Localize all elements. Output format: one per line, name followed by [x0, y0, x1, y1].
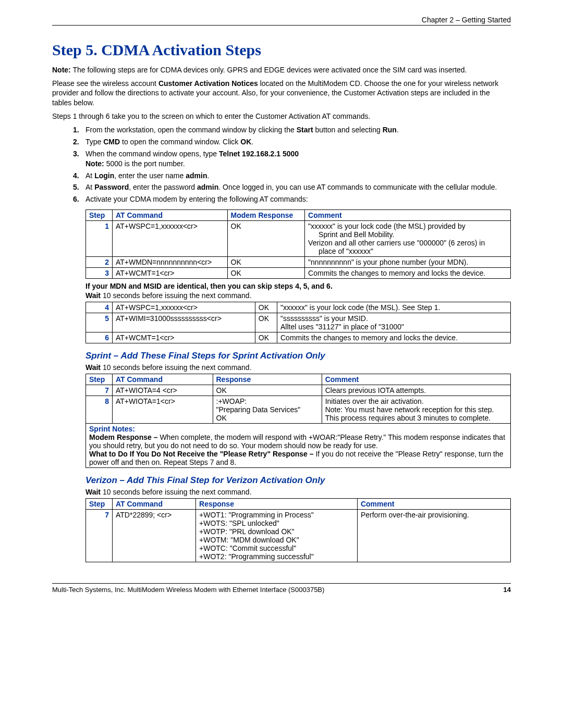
step-1: 1. From the workstation, open the comman…	[73, 125, 511, 135]
step-4: 4. At Login, enter the user name admin.	[73, 171, 511, 181]
text-bold: Password	[94, 183, 129, 191]
header-chapter: Chapter 2 – Getting Started	[52, 16, 511, 26]
table-row: 7 ATD*22899; <cr> +WOT1: "Programming in…	[86, 510, 511, 562]
note-label: Note:	[52, 66, 71, 74]
verizon-section: Verizon – Add This Final Step for Verizo…	[85, 475, 511, 562]
table-row: 1 AT+WSPC=1,xxxxxx<cr> OK "xxxxxx" is yo…	[86, 221, 511, 257]
text: Verizon and all other carriers use "0000…	[308, 239, 485, 247]
cell-comment: Initiates over the air activation. Note:…	[322, 396, 510, 424]
text: 5000 is the port number.	[104, 159, 185, 168]
cell-step: 1	[86, 221, 113, 257]
cell-step: 6	[86, 332, 113, 343]
text: . Once logged in, you can use AT command…	[218, 183, 497, 191]
cell-cmd: AT+WCMT=1<cr>	[113, 332, 255, 343]
text-bold: Modem Response –	[89, 433, 160, 441]
text: +WOT2: "Programming successful"	[199, 552, 314, 561]
step-5: 5. At Password, enter the password admin…	[73, 182, 511, 192]
wait-note-sprint: Wait 10 seconds before issuing the next …	[85, 363, 511, 372]
cell-resp: :+WOAP: "Preparing Data Services" OK	[213, 396, 322, 424]
table-row: 8 AT+WIOTA=1<cr> :+WOAP: "Preparing Data…	[86, 396, 511, 424]
cell-resp: OK	[213, 385, 322, 396]
text: +WOTC: "Commit successful"	[199, 544, 296, 552]
text: , enter the user name	[114, 171, 186, 180]
sprint-section: Sprint – Add These Final Steps for Sprin…	[85, 351, 511, 468]
text: 10 seconds before issuing the next comma…	[101, 291, 252, 300]
th-response: Response	[196, 499, 358, 510]
th-comment: Comment	[305, 210, 511, 221]
footer-text: Multi-Tech Systems, Inc. MultiModem Wire…	[52, 586, 324, 594]
text: to open the command window. Click	[120, 138, 240, 146]
table-row: 2 AT+WMDN=nnnnnnnnnn<cr> OK "nnnnnnnnnn"…	[86, 257, 511, 268]
verizon-table: Step AT Command Response Comment 7 ATD*2…	[85, 498, 511, 562]
cell-resp: OK	[227, 268, 305, 279]
cell-step: 7	[86, 510, 113, 562]
cell-comment: "ssssssssss" is your MSID. Alltel uses "…	[277, 313, 511, 332]
text: button and selecting	[313, 126, 383, 134]
th-response: Response	[213, 374, 322, 385]
text: Please see the wireless account	[52, 79, 158, 88]
cell-resp: +WOT1: "Programming in Process" +WOTS: "…	[196, 510, 358, 562]
cell-cmd: AT+WIMI=31000ssssssssss<cr>	[113, 313, 255, 332]
th-step: Step	[86, 499, 113, 510]
sprint-table: Step AT Command Response Comment 7 AT+WI…	[85, 374, 511, 468]
step-6: 6. Activate your CDMA modem by entering …	[73, 194, 511, 204]
text: Type	[85, 138, 103, 146]
table-row: 7 AT+WIOTA=4 <cr> OK Clears previous IOT…	[86, 385, 511, 396]
cell-step: 2	[86, 257, 113, 268]
page-title: Step 5. CDMA Activation Steps	[52, 41, 511, 59]
text: .	[207, 171, 209, 180]
text-bold: Customer Activation Notices	[158, 79, 258, 88]
text-bold: What to Do If You Do Not Receive the "Pl…	[89, 450, 315, 458]
sprint-notes-cell: Sprint Notes: Modem Response – When comp…	[86, 424, 511, 468]
text-bold: OK	[240, 138, 251, 146]
text: Sprint and Bell Mobility.	[308, 230, 507, 239]
cell-resp: OK	[255, 302, 277, 313]
text-bold: Wait	[85, 363, 101, 372]
text-bold: Telnet 192.168.2.1 5000	[219, 150, 299, 158]
cell-cmd: AT+WMDN=nnnnnnnnnn<cr>	[113, 257, 228, 268]
table-row: 6 AT+WCMT=1<cr> OK Commits the changes t…	[86, 332, 511, 343]
cell-comment: "xxxxxx" is your lock code (the MSL). Se…	[277, 302, 511, 313]
th-comment: Comment	[322, 374, 510, 385]
at-command-table-2: 4 AT+WSPC=1,xxxxxx<cr> OK "xxxxxx" is yo…	[85, 302, 511, 343]
text: OK	[216, 414, 227, 422]
wait-note: Wait 10 seconds before issuing the next …	[85, 291, 511, 300]
cell-resp: OK	[255, 313, 277, 332]
table-row-notes: Sprint Notes: Modem Response – When comp…	[86, 424, 511, 468]
verizon-heading: Verizon – Add This Final Step for Verizo…	[85, 475, 511, 486]
cell-resp: OK	[227, 221, 305, 257]
page-number: 14	[504, 586, 511, 594]
cell-cmd: AT+WIOTA=1<cr>	[113, 396, 213, 424]
wait-note-verizon: Wait 10 seconds before issuing the next …	[85, 488, 511, 496]
cell-cmd: AT+WSPC=1,xxxxxx<cr>	[113, 302, 255, 313]
page: Chapter 2 – Getting Started Step 5. CDMA…	[0, 0, 563, 614]
text-bold: Wait	[85, 291, 101, 300]
text: 10 seconds before issuing the next comma…	[101, 488, 252, 496]
text: This process requires about 3 minutes to…	[325, 414, 491, 422]
step-3: 3. When the command window opens, type T…	[73, 149, 511, 169]
cell-step: 3	[86, 268, 113, 279]
text: place of "xxxxxx"	[308, 247, 507, 255]
at-command-table-1: Step AT Command Modem Response Comment 1…	[85, 209, 511, 279]
cell-step: 5	[86, 313, 113, 332]
cell-resp: OK	[255, 332, 277, 343]
sprint-heading: Sprint – Add These Final Steps for Sprin…	[85, 351, 511, 361]
cell-cmd: AT+WSPC=1,xxxxxx<cr>	[113, 221, 228, 257]
numbered-steps: 1. From the workstation, open the comman…	[73, 125, 511, 204]
text: From the workstation, open the command w…	[85, 126, 297, 134]
text: +WOTM: "MDM download OK"	[199, 536, 299, 544]
cell-step: 4	[86, 302, 113, 313]
th-step: Step	[86, 210, 113, 221]
text: At	[85, 183, 94, 191]
text-bold: CMD	[103, 138, 120, 146]
text-bold: admin	[186, 171, 207, 180]
th-step: Step	[86, 374, 113, 385]
text-bold: Wait	[85, 488, 101, 496]
th-at-command: AT Command	[113, 499, 196, 510]
cell-comment: "nnnnnnnnnn" is your phone number (your …	[305, 257, 511, 268]
text: +WOTP: "PRL download OK"	[199, 527, 295, 536]
text: .	[397, 126, 399, 134]
text: :+WOAP:	[216, 397, 247, 405]
step-2: 2. Type CMD to open the command window. …	[73, 137, 511, 147]
text: .	[251, 138, 253, 146]
